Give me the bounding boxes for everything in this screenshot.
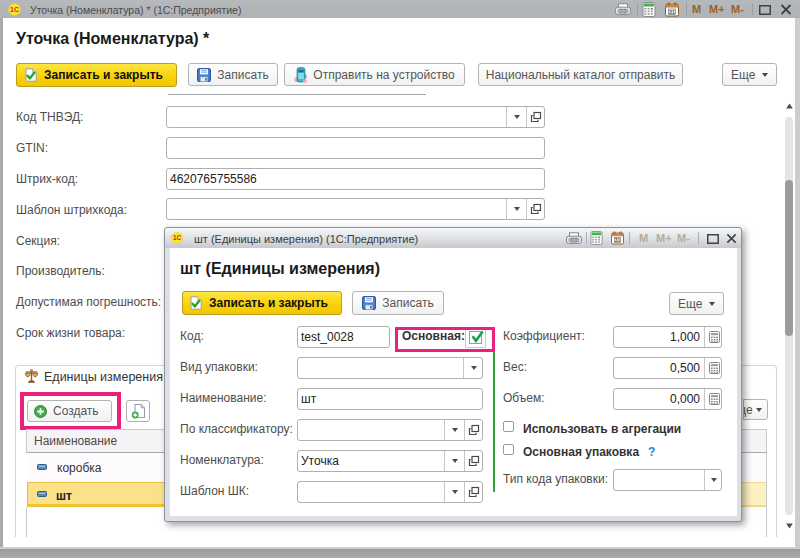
svg-text:31: 31 <box>669 9 675 15</box>
svg-text:31: 31 <box>615 238 621 243</box>
svg-text:1С: 1С <box>10 6 19 13</box>
svg-text:1С: 1С <box>173 234 182 241</box>
